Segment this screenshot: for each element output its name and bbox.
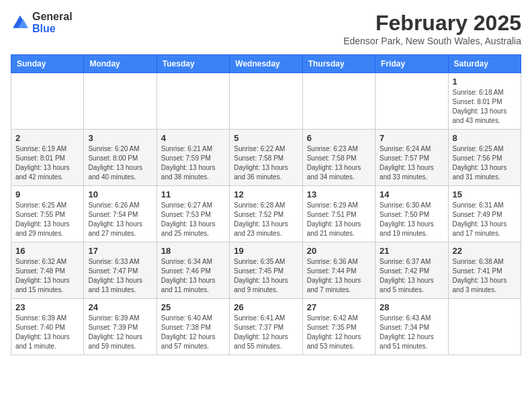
day-number: 25 (161, 302, 225, 312)
day-info: Sunrise: 6:21 AM Sunset: 7:59 PM Dayligh… (161, 144, 225, 182)
day-info: Sunrise: 6:39 AM Sunset: 7:40 PM Dayligh… (15, 314, 79, 351)
calendar-header-saturday: Saturday (448, 55, 521, 73)
calendar-cell-4-4: 19Sunrise: 6:35 AM Sunset: 7:45 PM Dayli… (230, 242, 302, 299)
calendar-cell-4-5: 20Sunrise: 6:36 AM Sunset: 7:44 PM Dayli… (302, 242, 375, 299)
calendar-cell-3-3: 11Sunrise: 6:27 AM Sunset: 7:53 PM Dayli… (157, 186, 229, 242)
calendar-cell-2-5: 6Sunrise: 6:23 AM Sunset: 7:58 PM Daylig… (302, 130, 375, 186)
calendar-cell-2-4: 5Sunrise: 6:22 AM Sunset: 7:58 PM Daylig… (230, 130, 302, 186)
calendar-cell-2-2: 3Sunrise: 6:20 AM Sunset: 8:00 PM Daylig… (84, 130, 157, 186)
calendar-cell-5-1: 23Sunrise: 6:39 AM Sunset: 7:40 PM Dayli… (11, 299, 84, 355)
calendar-header-friday: Friday (375, 55, 448, 73)
calendar-cell-3-7: 15Sunrise: 6:31 AM Sunset: 7:49 PM Dayli… (448, 186, 521, 242)
calendar-cell-2-1: 2Sunrise: 6:19 AM Sunset: 8:01 PM Daylig… (11, 130, 84, 186)
day-info: Sunrise: 6:40 AM Sunset: 7:38 PM Dayligh… (161, 314, 225, 351)
day-info: Sunrise: 6:31 AM Sunset: 7:49 PM Dayligh… (453, 201, 517, 238)
calendar-cell-3-5: 13Sunrise: 6:29 AM Sunset: 7:51 PM Dayli… (302, 186, 375, 242)
calendar-cell-1-2 (84, 73, 157, 130)
calendar-cell-3-4: 12Sunrise: 6:28 AM Sunset: 7:52 PM Dayli… (230, 186, 302, 242)
calendar-week-2: 2Sunrise: 6:19 AM Sunset: 8:01 PM Daylig… (11, 130, 521, 186)
day-number: 10 (88, 189, 152, 199)
day-number: 3 (88, 133, 152, 143)
day-info: Sunrise: 6:26 AM Sunset: 7:54 PM Dayligh… (88, 201, 152, 238)
day-info: Sunrise: 6:36 AM Sunset: 7:44 PM Dayligh… (307, 257, 371, 295)
day-info: Sunrise: 6:35 AM Sunset: 7:45 PM Dayligh… (234, 257, 298, 295)
day-info: Sunrise: 6:30 AM Sunset: 7:50 PM Dayligh… (380, 201, 443, 238)
calendar-cell-5-2: 24Sunrise: 6:39 AM Sunset: 7:39 PM Dayli… (84, 299, 157, 355)
calendar-cell-1-1 (11, 73, 84, 130)
calendar-week-5: 23Sunrise: 6:39 AM Sunset: 7:40 PM Dayli… (11, 299, 521, 355)
calendar-cell-4-7: 22Sunrise: 6:38 AM Sunset: 7:41 PM Dayli… (448, 242, 521, 299)
day-number: 24 (88, 302, 152, 312)
logo-text: General Blue (32, 11, 73, 34)
day-number: 23 (15, 302, 79, 312)
day-info: Sunrise: 6:42 AM Sunset: 7:35 PM Dayligh… (307, 314, 371, 351)
day-info: Sunrise: 6:18 AM Sunset: 8:01 PM Dayligh… (453, 88, 517, 126)
calendar-cell-4-3: 18Sunrise: 6:34 AM Sunset: 7:46 PM Dayli… (157, 242, 229, 299)
logo-icon (11, 13, 30, 32)
day-number: 2 (15, 133, 79, 143)
day-info: Sunrise: 6:29 AM Sunset: 7:51 PM Dayligh… (307, 201, 371, 238)
day-number: 7 (380, 133, 443, 143)
day-number: 8 (453, 133, 517, 143)
day-number: 13 (307, 189, 371, 199)
calendar-table: SundayMondayTuesdayWednesdayThursdayFrid… (11, 54, 521, 355)
calendar-cell-2-6: 7Sunrise: 6:24 AM Sunset: 7:57 PM Daylig… (375, 130, 448, 186)
day-number: 21 (380, 246, 443, 256)
day-number: 22 (453, 246, 517, 256)
calendar-week-1: 1Sunrise: 6:18 AM Sunset: 8:01 PM Daylig… (11, 73, 521, 130)
day-number: 14 (380, 189, 443, 199)
day-number: 4 (161, 133, 225, 143)
calendar-week-4: 16Sunrise: 6:32 AM Sunset: 7:48 PM Dayli… (11, 242, 521, 299)
calendar-header-wednesday: Wednesday (230, 55, 302, 73)
calendar-cell-4-6: 21Sunrise: 6:37 AM Sunset: 7:42 PM Dayli… (375, 242, 448, 299)
day-info: Sunrise: 6:32 AM Sunset: 7:48 PM Dayligh… (15, 257, 79, 295)
calendar-cell-3-1: 9Sunrise: 6:25 AM Sunset: 7:55 PM Daylig… (11, 186, 84, 242)
day-number: 26 (234, 302, 298, 312)
day-info: Sunrise: 6:37 AM Sunset: 7:42 PM Dayligh… (380, 257, 443, 295)
title-area: February 2025 Edensor Park, New South Wa… (343, 11, 521, 46)
calendar-header-monday: Monday (84, 55, 157, 73)
day-info: Sunrise: 6:39 AM Sunset: 7:39 PM Dayligh… (88, 314, 152, 351)
day-number: 11 (161, 189, 225, 199)
day-info: Sunrise: 6:28 AM Sunset: 7:52 PM Dayligh… (234, 201, 298, 238)
day-number: 17 (88, 246, 152, 256)
calendar-cell-5-3: 25Sunrise: 6:40 AM Sunset: 7:38 PM Dayli… (157, 299, 229, 355)
day-number: 18 (161, 246, 225, 256)
day-number: 9 (15, 189, 79, 199)
day-info: Sunrise: 6:23 AM Sunset: 7:58 PM Dayligh… (307, 144, 371, 182)
day-number: 15 (453, 189, 517, 199)
calendar-cell-2-3: 4Sunrise: 6:21 AM Sunset: 7:59 PM Daylig… (157, 130, 229, 186)
day-info: Sunrise: 6:27 AM Sunset: 7:53 PM Dayligh… (161, 201, 225, 238)
calendar-header-thursday: Thursday (302, 55, 375, 73)
calendar-cell-5-5: 27Sunrise: 6:42 AM Sunset: 7:35 PM Dayli… (302, 299, 375, 355)
calendar-cell-1-6 (375, 73, 448, 130)
calendar-cell-5-7 (448, 299, 521, 355)
calendar-cell-1-4 (230, 73, 302, 130)
day-number: 20 (307, 246, 371, 256)
day-number: 16 (15, 246, 79, 256)
day-info: Sunrise: 6:25 AM Sunset: 7:55 PM Dayligh… (15, 201, 79, 238)
day-info: Sunrise: 6:24 AM Sunset: 7:57 PM Dayligh… (380, 144, 443, 182)
calendar-cell-5-6: 28Sunrise: 6:43 AM Sunset: 7:34 PM Dayli… (375, 299, 448, 355)
day-number: 5 (234, 133, 298, 143)
day-number: 12 (234, 189, 298, 199)
calendar-header-row: SundayMondayTuesdayWednesdayThursdayFrid… (11, 55, 521, 73)
calendar-cell-3-6: 14Sunrise: 6:30 AM Sunset: 7:50 PM Dayli… (375, 186, 448, 242)
calendar-cell-1-3 (157, 73, 229, 130)
calendar-cell-1-7: 1Sunrise: 6:18 AM Sunset: 8:01 PM Daylig… (448, 73, 521, 130)
calendar-cell-3-2: 10Sunrise: 6:26 AM Sunset: 7:54 PM Dayli… (84, 186, 157, 242)
day-number: 27 (307, 302, 371, 312)
month-title: February 2025 (343, 11, 521, 36)
calendar-cell-1-5 (302, 73, 375, 130)
day-info: Sunrise: 6:34 AM Sunset: 7:46 PM Dayligh… (161, 257, 225, 295)
day-number: 6 (307, 133, 371, 143)
calendar-cell-4-1: 16Sunrise: 6:32 AM Sunset: 7:48 PM Dayli… (11, 242, 84, 299)
calendar-week-3: 9Sunrise: 6:25 AM Sunset: 7:55 PM Daylig… (11, 186, 521, 242)
header: General Blue February 2025 Edensor Park,… (11, 11, 521, 46)
day-info: Sunrise: 6:38 AM Sunset: 7:41 PM Dayligh… (453, 257, 517, 295)
day-info: Sunrise: 6:25 AM Sunset: 7:56 PM Dayligh… (453, 144, 517, 182)
calendar-cell-5-4: 26Sunrise: 6:41 AM Sunset: 7:37 PM Dayli… (230, 299, 302, 355)
day-info: Sunrise: 6:20 AM Sunset: 8:00 PM Dayligh… (88, 144, 152, 182)
day-number: 1 (453, 77, 517, 87)
day-number: 19 (234, 246, 298, 256)
